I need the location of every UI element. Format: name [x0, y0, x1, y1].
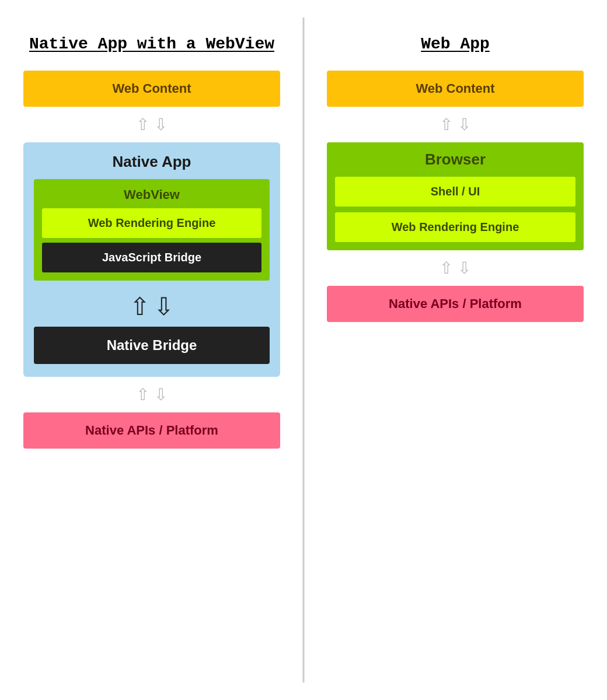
right-arrow-up-1: ⇧: [439, 115, 453, 134]
right-web-content-block: Web Content: [327, 71, 584, 107]
left-arrow-up-2: ⇧: [136, 385, 149, 404]
browser-label: Browser: [425, 150, 486, 169]
left-title: Native App with a WebView: [29, 35, 274, 53]
right-title: Web App: [421, 35, 490, 53]
right-web-content-label: Web Content: [416, 81, 494, 96]
right-arrows-2: ⇧ ⇩: [439, 258, 471, 278]
left-web-rendering-label: Web Rendering Engine: [88, 216, 216, 229]
shell-ui-label: Shell / UI: [431, 185, 480, 198]
right-native-apis-block: Native APIs / Platform: [327, 286, 584, 322]
left-arrow-up-1: ⇧: [136, 115, 149, 134]
right-web-rendering-label: Web Rendering Engine: [392, 220, 519, 233]
left-web-content-block: Web Content: [23, 71, 280, 107]
left-big-arrow-down: ⇩: [154, 292, 174, 321]
webview-label: WebView: [124, 187, 180, 202]
right-column: Web App Web Content ⇧ ⇩ Browser Shell / …: [304, 18, 607, 682]
right-arrow-up-2: ⇧: [439, 258, 453, 278]
diagram-container: Native App with a WebView Web Content ⇧ …: [0, 18, 607, 682]
javascript-bridge-block: JavaScript Bridge: [42, 243, 261, 272]
left-arrow-down-2: ⇩: [154, 385, 168, 404]
left-native-apis-block: Native APIs / Platform: [23, 412, 280, 449]
right-arrow-down-1: ⇩: [458, 115, 471, 134]
browser-container: Browser Shell / UI Web Rendering Engine: [327, 142, 584, 250]
left-arrows-1: ⇧ ⇩: [136, 115, 168, 134]
left-web-content-label: Web Content: [112, 81, 191, 96]
right-native-apis-label: Native APIs / Platform: [389, 296, 522, 312]
native-bridge-block: Native Bridge: [34, 327, 270, 364]
left-web-rendering-block: Web Rendering Engine: [42, 208, 261, 238]
right-arrows-1: ⇧ ⇩: [439, 115, 471, 134]
native-app-container: Native App WebView Web Rendering Engine …: [23, 142, 280, 377]
left-column: Native App with a WebView Web Content ⇧ …: [0, 18, 304, 682]
webview-container: WebView Web Rendering Engine JavaScript …: [34, 179, 270, 281]
left-big-arrows: ⇧ ⇩: [130, 292, 174, 321]
shell-ui-block: Shell / UI: [335, 177, 575, 206]
native-bridge-label: Native Bridge: [107, 337, 197, 354]
javascript-bridge-label: JavaScript Bridge: [102, 251, 201, 264]
left-arrow-down-1: ⇩: [154, 115, 168, 134]
left-arrows-2: ⇧ ⇩: [136, 385, 168, 404]
right-web-rendering-block: Web Rendering Engine: [335, 212, 575, 242]
native-app-title: Native App: [113, 153, 191, 171]
right-arrow-down-2: ⇩: [458, 258, 471, 278]
left-native-apis-label: Native APIs / Platform: [85, 423, 218, 438]
left-big-arrow-up: ⇧: [130, 292, 150, 321]
divider: [303, 18, 305, 682]
